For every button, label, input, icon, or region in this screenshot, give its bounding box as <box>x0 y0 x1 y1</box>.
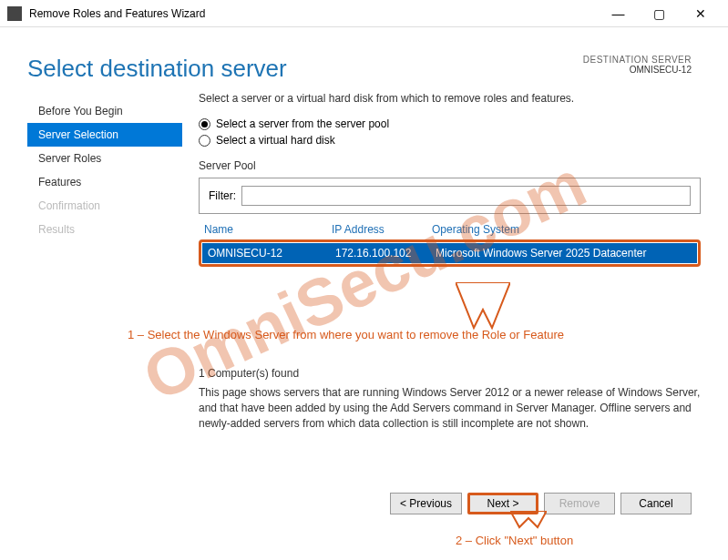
previous-button[interactable]: < Previous <box>390 493 462 514</box>
callout-arrow-icon <box>510 511 547 529</box>
intro-text: Select a server or a virtual hard disk f… <box>199 92 701 105</box>
cell-name: OMNISECU-12 <box>208 247 335 260</box>
wizard-sidebar: Before You Begin Server Selection Server… <box>27 92 182 431</box>
sidebar-item-results: Results <box>27 218 182 241</box>
destination-value: OMNISECU-12 <box>583 65 692 75</box>
minimize-button[interactable]: — <box>598 1 639 26</box>
app-icon <box>7 6 22 21</box>
cell-os: Microsoft Windows Server 2025 Datacenter <box>436 247 692 260</box>
table-header: Name IP Address Operating System <box>199 219 701 239</box>
selected-row-highlight: OMNISECU-12 172.16.100.102 Microsoft Win… <box>199 239 701 267</box>
annotation-1: 1 – Select the Windows Server from where… <box>128 328 710 341</box>
radio-label: Select a server from the server pool <box>216 117 389 130</box>
cancel-button[interactable]: Cancel <box>620 493 692 514</box>
radio-label: Select a virtual hard disk <box>216 134 335 147</box>
destination-label: DESTINATION SERVER <box>583 55 692 65</box>
window-title: Remove Roles and Features Wizard <box>29 7 598 20</box>
server-pool-label: Server Pool <box>199 159 701 172</box>
content-area: Select a server or a virtual hard disk f… <box>182 92 701 431</box>
sidebar-item-server-roles[interactable]: Server Roles <box>27 147 182 170</box>
sidebar-item-confirmation: Confirmation <box>27 194 182 218</box>
col-header-os[interactable]: Operating System <box>432 223 695 236</box>
radio-icon <box>199 135 210 147</box>
filter-container: Filter: <box>199 178 701 214</box>
sidebar-item-server-selection[interactable]: Server Selection <box>27 123 182 147</box>
destination-info: DESTINATION SERVER OMNISECU-12 <box>583 55 692 75</box>
table-row[interactable]: OMNISECU-12 172.16.100.102 Microsoft Win… <box>202 243 697 263</box>
sidebar-item-before-you-begin[interactable]: Before You Begin <box>27 99 182 123</box>
col-header-ip[interactable]: IP Address <box>332 223 432 236</box>
page-title: Select destination server <box>27 55 287 83</box>
filter-label: Filter: <box>209 189 236 202</box>
cell-ip: 172.16.100.102 <box>335 247 436 260</box>
annotation-2: 2 – Click "Next" button <box>456 534 573 547</box>
radio-server-pool[interactable]: Select a server from the server pool <box>199 117 701 130</box>
sidebar-item-features[interactable]: Features <box>27 170 182 194</box>
radio-icon <box>199 118 210 130</box>
maximize-button[interactable]: ▢ <box>639 1 680 26</box>
close-button[interactable]: ✕ <box>680 1 721 26</box>
titlebar: Remove Roles and Features Wizard — ▢ ✕ <box>0 0 728 27</box>
found-count: 1 Computer(s) found <box>199 367 701 380</box>
header: Select destination server DESTINATION SE… <box>0 27 728 92</box>
remove-button: Remove <box>544 493 615 514</box>
description-text: This page shows servers that are running… <box>199 385 701 431</box>
callout-arrow-icon <box>456 282 510 332</box>
filter-input[interactable] <box>241 186 691 206</box>
radio-virtual-disk[interactable]: Select a virtual hard disk <box>199 134 701 147</box>
col-header-name[interactable]: Name <box>204 223 332 236</box>
